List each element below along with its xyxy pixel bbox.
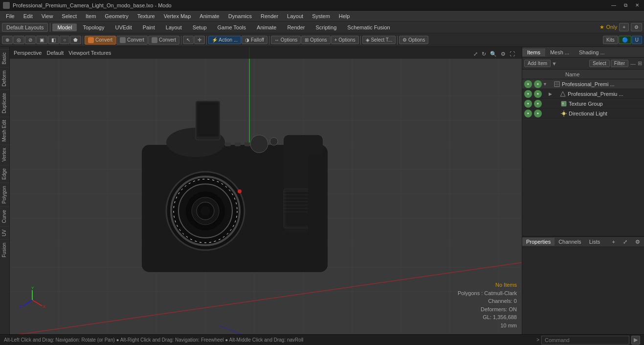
tab-model[interactable]: Model — [52, 23, 77, 31]
tab-channels[interactable]: Channels — [555, 238, 585, 246]
tool-arrow[interactable]: ↖ — [183, 36, 194, 44]
menu-render[interactable]: Render — [257, 12, 282, 20]
vp-tab-default[interactable]: Default — [46, 50, 64, 56]
minimize-button[interactable]: — — [609, 2, 618, 8]
convert-button-3[interactable]: Convert — [148, 36, 179, 45]
tab-layout[interactable]: Layout — [161, 23, 187, 31]
filter-minus[interactable]: — — [630, 61, 636, 67]
falloff-button[interactable]: ◑ Falloff — [242, 36, 267, 44]
vp-tab-textures[interactable]: Viewport Textures — [68, 50, 111, 56]
dropdown-arrow[interactable]: ▼ — [552, 61, 557, 67]
menu-edit[interactable]: Edit — [20, 12, 37, 20]
unreal-button[interactable]: 🔵 — [619, 36, 631, 44]
select-button[interactable]: Select — [589, 60, 610, 67]
tab-scripting[interactable]: Scripting — [311, 23, 342, 31]
tab-topology[interactable]: Topology — [78, 23, 109, 31]
convert-button-1[interactable]: Convert — [85, 36, 116, 45]
menu-vertexmap[interactable]: Vertex Map — [160, 12, 195, 20]
settings-button[interactable]: ⚙ — [631, 23, 642, 31]
tool-select1[interactable]: ⊕ — [2, 36, 13, 44]
vp-maximize[interactable]: ⤢ — [472, 50, 479, 58]
sidebar-tab-duplicate[interactable]: Duplicate — [0, 90, 9, 116]
menu-file[interactable]: File — [2, 12, 19, 20]
options-button-1[interactable]: ↔ Options — [271, 36, 301, 44]
add-prop-button[interactable]: + — [608, 238, 619, 246]
tab-schematic-fusion[interactable]: Schematic Fusion — [342, 23, 395, 31]
sidebar-tab-vertex[interactable]: Vertex — [0, 144, 9, 164]
add-item-button[interactable]: Add Item — [524, 60, 551, 67]
tab-mesh[interactable]: Mesh ... — [545, 48, 574, 56]
eye-icon[interactable]: ● — [524, 110, 532, 117]
menu-animate[interactable]: Animate — [196, 12, 223, 20]
sidebar-tab-uv[interactable]: UV — [0, 226, 9, 239]
tab-uvedit[interactable]: UVEdit — [110, 23, 136, 31]
maximize-button[interactable]: ⧉ — [622, 2, 629, 8]
filter-button[interactable]: Filter — [611, 60, 628, 67]
eye-icon-2[interactable]: ● — [534, 80, 542, 88]
list-item[interactable]: ● ● ▶ Professional_Premiu ... — [522, 89, 644, 99]
options-button-3[interactable]: + Options — [331, 36, 359, 44]
menu-system[interactable]: System — [308, 12, 334, 20]
menu-dynamics[interactable]: Dynamics — [224, 12, 256, 20]
list-item[interactable]: ● ● Directional Light — [522, 109, 644, 118]
menu-texture[interactable]: Texture — [133, 12, 159, 20]
tool-select7[interactable]: ⬟ — [70, 36, 81, 44]
vp-settings[interactable]: ⚙ — [500, 50, 507, 58]
menu-item[interactable]: Item — [82, 12, 100, 20]
eye-icon[interactable]: ● — [524, 100, 532, 108]
sidebar-tab-mesh-edit[interactable]: Mesh Edit — [0, 116, 9, 144]
sidebar-tab-polygon[interactable]: Polygon — [0, 183, 9, 207]
eye-icon-2[interactable]: ● — [534, 110, 542, 117]
tab-animate[interactable]: Animate — [252, 23, 281, 31]
menu-geometry[interactable]: Geometry — [101, 12, 132, 20]
sidebar-tab-deform[interactable]: Deform — [0, 67, 9, 90]
sidebar-tab-fusion[interactable]: Fusion — [0, 239, 9, 260]
options-button-2[interactable]: ⊞ Options — [301, 36, 330, 44]
menu-layout[interactable]: Layout — [283, 12, 307, 20]
expand-props-button[interactable]: ⤢ — [619, 238, 631, 246]
vp-tab-perspective[interactable]: Perspective — [14, 50, 42, 56]
tool-select3[interactable]: ⊘ — [25, 36, 36, 44]
tab-setup[interactable]: Setup — [188, 23, 212, 31]
tab-items[interactable]: Items — [522, 48, 545, 56]
cmd-run-button[interactable]: ▶ — [631, 336, 640, 345]
viewport[interactable]: Perspective Default Viewport Textures ⤢ … — [10, 47, 522, 334]
tab-paint[interactable]: Paint — [138, 23, 160, 31]
tool-select6[interactable]: ○ — [60, 36, 69, 44]
tab-properties[interactable]: Properties — [522, 238, 555, 246]
eye-icon[interactable]: ● — [524, 90, 532, 98]
convert-button-2[interactable]: Convert — [116, 36, 148, 45]
vp-zoom[interactable]: 🔍 — [489, 50, 498, 58]
eye-icon[interactable]: ● — [524, 80, 532, 88]
add-tab-button[interactable]: + — [619, 23, 629, 31]
action-button[interactable]: ⚡ Action ... — [208, 36, 241, 44]
settings-props-button[interactable]: ⚙ — [631, 238, 644, 246]
unreal-u-button[interactable]: U — [632, 36, 642, 44]
tab-shading[interactable]: Shading ... — [574, 48, 610, 56]
sidebar-tab-curve[interactable]: Curve — [0, 207, 9, 226]
list-item[interactable]: ● ● ▼ Professional_Premi ... — [522, 79, 644, 89]
command-input[interactable] — [541, 336, 629, 345]
tool-select2[interactable]: ◎ — [13, 36, 24, 44]
expand-arrow[interactable]: ▶ — [549, 92, 554, 96]
select-t-button[interactable]: ◈ Select T... — [362, 36, 396, 44]
tab-game-tools[interactable]: Game Tools — [213, 23, 251, 31]
vp-rotate[interactable]: ↻ — [481, 50, 487, 58]
menu-select[interactable]: Select — [58, 12, 81, 20]
vp-fullscreen[interactable]: ⛶ — [509, 50, 516, 58]
menu-help[interactable]: Help — [335, 12, 354, 20]
tool-select4[interactable]: ▣ — [36, 36, 47, 44]
tool-select5[interactable]: ◧ — [48, 36, 59, 44]
close-button[interactable]: ✕ — [633, 2, 641, 8]
menu-view[interactable]: View — [38, 12, 57, 20]
eye-icon-2[interactable]: ● — [534, 100, 542, 108]
tool-transform[interactable]: ✛ — [194, 36, 205, 44]
tab-lists[interactable]: Lists — [585, 238, 604, 246]
layout-dropdown[interactable]: Default Layouts — [2, 23, 48, 32]
sidebar-tab-basic[interactable]: Basic — [0, 49, 9, 67]
kits-button[interactable]: Kits — [603, 36, 618, 44]
options-right-button[interactable]: ⚙ Options — [399, 36, 428, 44]
sidebar-tab-edge[interactable]: Edge — [0, 165, 9, 183]
eye-icon-2[interactable]: ● — [534, 90, 542, 98]
list-item[interactable]: ● ● T Texture Group — [522, 99, 644, 109]
